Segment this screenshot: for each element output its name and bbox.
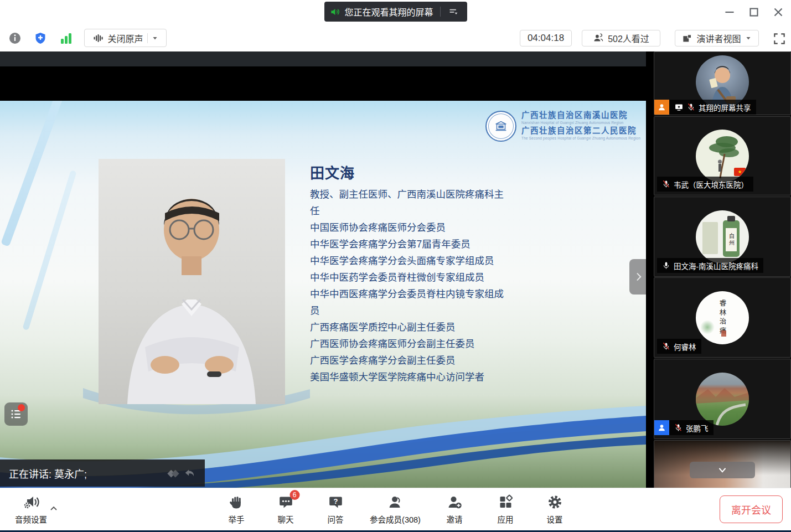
raise-hand-label: 举手 <box>229 513 245 525</box>
mic-muted-icon <box>662 180 670 188</box>
credential-line: 美国华盛顿大学医学院疼痛中心访问学者 <box>310 369 505 385</box>
avatar <box>696 373 749 426</box>
audio-settings-icon <box>22 494 40 510</box>
viewers-count-button[interactable]: 502人看过 <box>582 30 660 47</box>
credential-line: 中华医学会疼痛学分会头面痛专家学组成员 <box>310 252 505 269</box>
network-signal-icon[interactable] <box>59 31 73 45</box>
hospital-emblem-icon <box>485 111 516 142</box>
avatar: ★ <box>696 130 749 183</box>
minimize-button[interactable] <box>721 4 738 20</box>
hospital-name-zh-1: 广西壮族自治区南溪山医院 <box>521 111 640 120</box>
settings-label: 设置 <box>547 513 563 525</box>
original-sound-label: 关闭原声 <box>107 32 143 45</box>
audio-settings-label: 音频设置 <box>15 513 47 525</box>
chevron-right-icon <box>633 271 644 282</box>
maximize-button[interactable] <box>746 4 762 20</box>
avatar: 睿林治痛 <box>696 291 749 344</box>
close-button[interactable] <box>770 4 787 20</box>
credential-line: 教授、副主任医师、广西南溪山医院疼痛科主任 <box>310 186 505 219</box>
credential-line: 广西医师协会疼痛医师分会副主任委员 <box>310 335 505 352</box>
view-mode-label: 演讲者视图 <box>696 32 741 45</box>
participants-button[interactable]: 参会成员(308) <box>370 494 421 525</box>
button-divider <box>147 33 148 43</box>
watching-banner: 您正在观看其翔的屏幕 <box>324 2 467 22</box>
audio-settings-button[interactable]: 音频设置 <box>15 494 47 525</box>
hospital-name-en-1: Nanxishan Hospital of Guangxi Zhuang Aut… <box>521 121 640 125</box>
credential-line: 中国医师协会疼痛医师分会委员 <box>310 219 505 236</box>
chevron-down-icon <box>717 464 728 476</box>
invite-button[interactable]: 邀请 <box>447 494 463 525</box>
qa-icon: ? <box>328 494 343 510</box>
bottom-toolbar: 音频设置 举手 <box>0 488 791 530</box>
timer-value: 04:04:18 <box>528 33 564 44</box>
participant-tile[interactable]: 睿林治痛 何睿林 <box>654 277 791 358</box>
stage-top-strip <box>0 51 646 66</box>
invite-label: 邀请 <box>447 513 463 525</box>
participant-name: 田文海-南溪山医院疼痛科 <box>674 260 758 271</box>
credential-line: 中华中医药学会委员脊柱微创专家组成员 <box>310 269 505 286</box>
credential-line: 广西医学会疼痛学分会副主任委员 <box>310 352 505 369</box>
original-sound-button[interactable]: 关闭原声 <box>84 29 167 47</box>
banner-menu-icon[interactable] <box>445 4 462 19</box>
invite-icon <box>447 494 462 510</box>
waveform-icon <box>92 33 104 44</box>
participant-tile[interactable]: 其翔的屏幕共享 <box>654 51 791 115</box>
hospital-name-zh-2: 广西壮族自治区第二人民医院 <box>521 126 640 136</box>
qa-label: 问答 <box>328 513 344 525</box>
apps-icon <box>498 494 513 510</box>
slide-credentials-list: 教授、副主任医师、广西南溪山医院疼痛科主任 中国医师协会疼痛医师分会委员 中华医… <box>310 186 505 385</box>
qa-button[interactable]: ? 问答 <box>328 494 344 525</box>
participants-icon <box>387 494 403 510</box>
speaking-status-bar: 正在讲话: 莫永广; <box>0 459 205 487</box>
slide-speaker-name: 田文海 <box>310 162 355 182</box>
credential-line: 广西疼痛医学质控中心副主任委员 <box>310 319 505 335</box>
avatar-label: 白州 <box>726 228 737 251</box>
member-badge-icon <box>654 100 669 115</box>
speaker-portrait-photo <box>99 159 285 404</box>
member-badge-icon <box>654 420 669 435</box>
participant-name: 何睿林 <box>674 341 696 352</box>
meeting-info-icon[interactable] <box>8 31 22 45</box>
meeting-timer: 04:04:18 <box>520 30 572 47</box>
speaker-icon <box>329 7 340 17</box>
title-bar: 您正在观看其翔的屏幕 <box>0 0 791 25</box>
participants-label: 参会成员(308) <box>370 513 421 525</box>
hospital-name-en-2: The Second peoples Hospital of Guangxi Z… <box>521 136 640 140</box>
window-controls <box>721 4 787 20</box>
shared-screen-stage: 广西壮族自治区南溪山医院 Nanxishan Hospital of Guang… <box>0 51 646 488</box>
audio-options-chevron[interactable] <box>48 503 60 515</box>
participant-name: 韦武（医大埌东医院） <box>674 179 748 190</box>
chevron-down-icon <box>745 35 752 42</box>
speaking-status-text: 正在讲话: 莫永广; <box>9 466 87 481</box>
raise-hand-button[interactable]: 举手 <box>229 494 245 525</box>
chat-unread-badge: 6 <box>289 490 299 500</box>
screen-share-icon <box>674 102 684 112</box>
participant-tile[interactable]: ★ 韦武（医大埌东医院） <box>654 116 791 195</box>
mic-muted-icon <box>662 342 670 350</box>
mic-muted-icon <box>674 423 683 432</box>
meeting-window: 您正在观看其翔的屏幕 <box>0 0 791 532</box>
sidebar-collapse-handle[interactable] <box>629 259 646 295</box>
message-list-button[interactable] <box>4 402 28 426</box>
settings-button[interactable]: 设置 <box>547 494 563 525</box>
chevron-down-icon[interactable] <box>152 35 158 42</box>
top-toolbar: 关闭原声 04:04:18 502人看过 演讲者视图 <box>0 25 791 51</box>
apps-button[interactable]: 应用 <box>498 494 514 525</box>
leave-meeting-button[interactable]: 离开会议 <box>720 495 783 523</box>
fullscreen-button[interactable] <box>772 31 787 47</box>
gear-icon <box>547 494 562 510</box>
flag-badge: ★ <box>734 168 746 176</box>
avatar: 白州 <box>696 210 749 264</box>
participant-tile[interactable]: 白州 田文海-南溪山医院疼痛科 <box>654 197 791 277</box>
view-mode-button[interactable]: 演讲者视图 <box>675 30 759 47</box>
presentation-slide: 广西壮族自治区南溪山医院 Nanxishan Hospital of Guang… <box>0 101 646 488</box>
chat-button[interactable]: 6 聊天 <box>278 494 294 525</box>
participant-tile[interactable]: 张鹏飞 <box>654 359 791 439</box>
raise-hand-icon <box>229 494 244 510</box>
viewers-icon <box>593 33 604 44</box>
collapse-tiles-button[interactable] <box>690 462 755 478</box>
watching-banner-text: 您正在观看其翔的屏幕 <box>344 5 433 18</box>
credential-line: 中华医学会疼痛学分会第7届青年委员 <box>310 236 505 252</box>
health-shield-icon[interactable] <box>33 31 48 45</box>
slide-ribbon-graphic <box>22 170 76 330</box>
